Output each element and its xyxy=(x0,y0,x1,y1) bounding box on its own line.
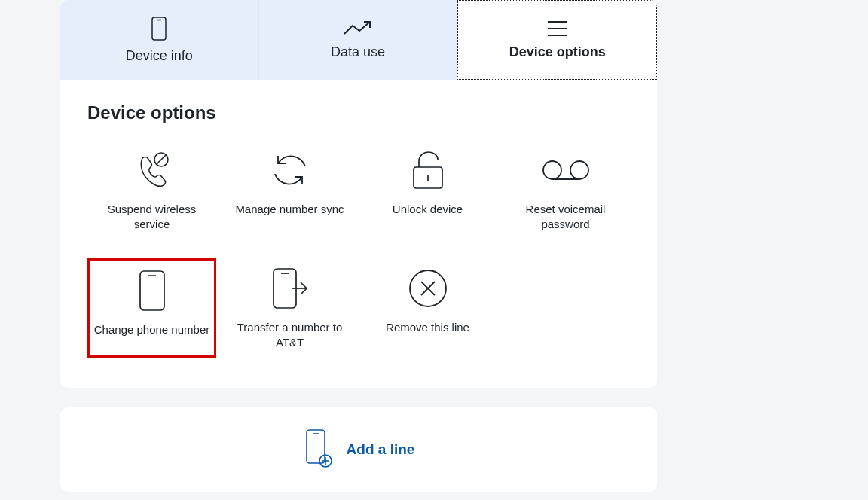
tab-device-options[interactable]: Device options xyxy=(457,0,657,80)
svg-rect-0 xyxy=(152,17,166,40)
menu-icon xyxy=(546,20,569,37)
panel-title: Device options xyxy=(87,102,630,123)
unlock-icon xyxy=(408,146,448,194)
svg-line-6 xyxy=(157,155,166,164)
trend-up-icon xyxy=(343,20,373,37)
option-label: Suspend wireless service xyxy=(90,202,213,233)
tab-label: Data use xyxy=(331,44,385,60)
device-card: Device info Data use xyxy=(60,0,657,388)
option-label: Remove this line xyxy=(386,320,469,335)
option-unlock-device[interactable]: Unlock device xyxy=(363,140,492,240)
svg-point-9 xyxy=(543,161,561,179)
option-label: Transfer a number to AT&T xyxy=(228,320,351,351)
device-options-panel: Device options Suspend wireless service xyxy=(60,80,657,388)
options-grid: Suspend wireless service Manage number s… xyxy=(87,140,630,358)
option-suspend-wireless[interactable]: Suspend wireless service xyxy=(87,140,216,240)
svg-rect-20 xyxy=(307,430,325,463)
phone-block-icon xyxy=(131,146,173,194)
tab-label: Device info xyxy=(126,48,193,64)
option-remove-line[interactable]: Remove this line xyxy=(363,258,492,358)
tabs-bar: Device info Data use xyxy=(60,0,657,80)
voicemail-icon xyxy=(541,146,591,194)
option-reset-voicemail[interactable]: Reset voicemail password xyxy=(501,140,630,240)
phone-add-icon xyxy=(303,428,333,471)
option-label: Unlock device xyxy=(393,202,463,217)
option-change-phone-number[interactable]: Change phone number xyxy=(87,258,216,358)
tab-label: Device options xyxy=(509,44,606,60)
svg-rect-12 xyxy=(140,271,164,310)
add-line-label: Add a line xyxy=(347,441,415,458)
option-manage-number-sync[interactable]: Manage number sync xyxy=(225,140,354,240)
remove-circle-icon xyxy=(408,264,448,312)
phone-icon xyxy=(151,17,167,41)
option-label: Change phone number xyxy=(94,322,209,337)
phone-device-icon xyxy=(137,267,167,315)
tab-device-info[interactable]: Device info xyxy=(60,0,259,80)
sync-icon xyxy=(268,146,312,194)
option-transfer-number[interactable]: Transfer a number to AT&T xyxy=(225,258,354,358)
add-a-line-button[interactable]: Add a line xyxy=(60,407,657,492)
option-label: Manage number sync xyxy=(235,202,344,217)
option-label: Reset voicemail password xyxy=(504,202,627,233)
tab-data-use[interactable]: Data use xyxy=(259,0,458,80)
svg-point-10 xyxy=(570,161,588,179)
phone-transfer-icon xyxy=(269,264,311,312)
